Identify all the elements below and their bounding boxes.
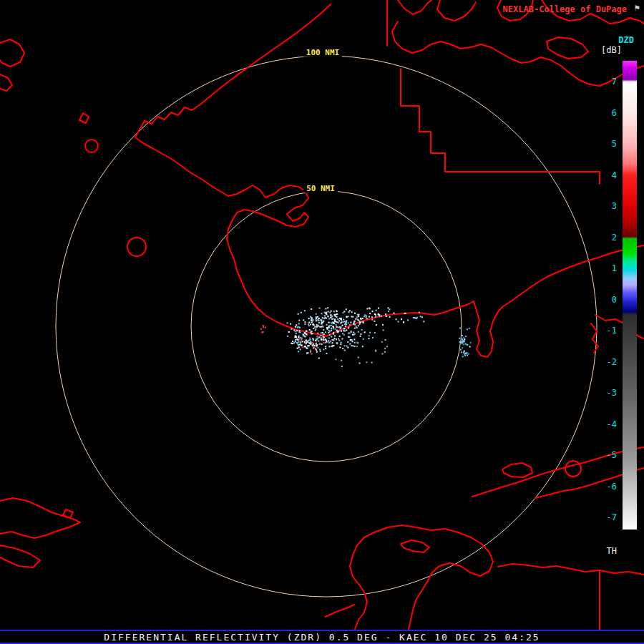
radar-echo (369, 335, 370, 336)
radar-echo (323, 333, 325, 335)
radar-echo (263, 326, 264, 328)
radar-echo (383, 329, 384, 331)
radar-echo (334, 338, 336, 339)
radar-echo (310, 323, 311, 325)
radar-echo (354, 328, 356, 329)
radar-echo (319, 343, 321, 344)
radar-echo (341, 330, 342, 331)
colorbar-tick: -5 (607, 450, 617, 460)
radar-echo (465, 352, 467, 353)
radar-echo (315, 348, 316, 349)
radar-echo (344, 321, 346, 322)
radar-echo (343, 330, 345, 331)
radar-echo (318, 318, 320, 319)
map-circle-feature (127, 238, 146, 256)
colorbar-tick: 5 (612, 139, 617, 149)
radar-echo (313, 339, 314, 341)
radar-echo (386, 316, 387, 317)
radar-echo (334, 319, 336, 321)
radar-echo (348, 316, 349, 317)
range-ring-label-50nmi: 50 NMI (303, 184, 338, 193)
radar-echo (369, 316, 370, 318)
radar-echo (460, 349, 462, 351)
map-outline (437, 0, 476, 21)
radar-echo (326, 318, 327, 319)
radar-echo (346, 323, 347, 325)
radar-echo (316, 320, 318, 321)
radar-echo (322, 332, 323, 333)
radar-echo (362, 346, 364, 347)
radar-echo (318, 358, 320, 359)
status-bar: DIFFERENTIAL REFLECTIVITY (ZDR) 0.5 DEG … (0, 630, 644, 644)
colorbar-threshold-label: TH (607, 546, 617, 556)
radar-echo (321, 343, 323, 345)
range-ring-outer (56, 56, 597, 597)
radar-echo (332, 345, 333, 346)
radar-echo (416, 317, 418, 318)
radar-echo (304, 341, 306, 343)
radar-echo (299, 332, 301, 333)
radar-echo (358, 314, 360, 316)
radar-echo (329, 331, 331, 333)
radar-echo (292, 341, 293, 342)
radar-echo (385, 313, 386, 315)
radar-echo (345, 326, 346, 327)
radar-echo (337, 318, 338, 320)
radar-echo (407, 319, 409, 321)
radar-echo (349, 310, 351, 311)
radar-echo (364, 331, 366, 333)
radar-echo (357, 319, 358, 321)
map-outline (474, 245, 644, 357)
radar-echo (333, 311, 335, 312)
radar-echo (464, 338, 465, 340)
radar-echo (310, 316, 311, 318)
radar-echo (306, 340, 307, 341)
radar-echo (336, 313, 337, 315)
radar-echo (398, 321, 399, 323)
radar-echo (304, 310, 306, 311)
radar-echo (353, 316, 354, 318)
radar-echo (469, 328, 470, 329)
radar-echo (464, 353, 465, 355)
radar-echo (338, 340, 340, 341)
radar-echo (356, 327, 358, 328)
radar-echo (348, 311, 350, 313)
radar-echo (317, 347, 318, 348)
radar-echo (372, 311, 374, 312)
radar-echo (321, 332, 322, 333)
radar-echo (329, 312, 331, 313)
radar-echo (347, 341, 348, 343)
radar-echo (463, 352, 464, 353)
radar-echo (378, 308, 379, 309)
radar-echo (375, 316, 376, 318)
radar-echo (316, 346, 318, 347)
radar-echo (371, 316, 373, 318)
radar-echo (336, 316, 337, 318)
radar-echo (328, 342, 329, 343)
radar-echo (308, 318, 310, 319)
radar-echo (331, 311, 332, 312)
radar-echo (372, 337, 374, 338)
map-outline (591, 323, 598, 353)
radar-echo (316, 313, 317, 315)
radar-echo (331, 322, 333, 323)
radar-echo (340, 323, 341, 324)
radar-echo (336, 338, 337, 340)
radar-echo (318, 341, 319, 342)
radar-echo (348, 336, 349, 338)
radar-echo (341, 326, 342, 328)
radar-echo (396, 318, 397, 320)
radar-echo (356, 326, 357, 327)
radar-echo (326, 353, 327, 354)
radar-echo (295, 339, 296, 341)
radar-echo (333, 339, 334, 341)
radar-echo (306, 331, 307, 332)
radar-echo (287, 322, 288, 323)
radar-echo (314, 326, 316, 328)
radar-echo (420, 316, 421, 317)
radar-echo (384, 348, 386, 349)
radar-echo (376, 310, 377, 311)
radar-echo (313, 319, 314, 321)
radar-echo (344, 345, 346, 346)
radar-echo (331, 325, 332, 326)
